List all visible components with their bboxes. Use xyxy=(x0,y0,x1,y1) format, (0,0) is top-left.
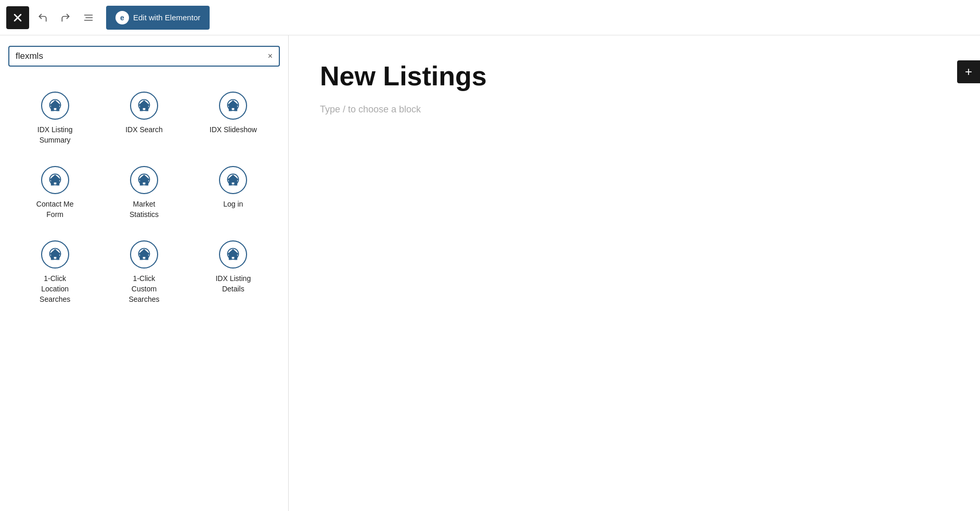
undo-button[interactable] xyxy=(33,8,52,27)
left-panel: × IDX Listing Summary IDX Search IDX Sli… xyxy=(0,35,289,511)
right-panel: New Listings Type / to choose a block + xyxy=(289,35,980,511)
close-icon xyxy=(14,14,22,22)
block-label-1-click-custom-searches: 1-Click Custom Searches xyxy=(128,274,159,304)
block-item-idx-slideshow[interactable]: IDX Slideshow xyxy=(191,87,276,149)
block-icon-idx-listing-details xyxy=(219,240,247,269)
redo-icon xyxy=(60,12,71,23)
block-icon-1-click-custom-searches xyxy=(130,240,158,269)
block-icon-market-statistics xyxy=(130,166,158,194)
edit-elementor-button[interactable]: e Edit with Elementor xyxy=(106,6,210,30)
page-title: New Listings xyxy=(320,60,949,92)
toolbar: e Edit with Elementor xyxy=(0,0,980,35)
block-label-idx-slideshow: IDX Slideshow xyxy=(210,125,257,135)
add-block-button[interactable]: + xyxy=(957,60,980,83)
house-icon xyxy=(226,98,240,113)
house-icon xyxy=(137,173,151,187)
house-icon xyxy=(48,247,62,262)
block-item-log-in[interactable]: Log in xyxy=(191,162,276,224)
block-item-1-click-custom-searches[interactable]: 1-Click Custom Searches xyxy=(101,236,186,309)
block-label-log-in: Log in xyxy=(223,199,243,210)
block-label-market-statistics: Market Statistics xyxy=(130,199,159,220)
house-icon xyxy=(137,247,151,262)
block-item-idx-listing-summary[interactable]: IDX Listing Summary xyxy=(12,87,97,149)
block-label-contact-me-form: Contact Me Form xyxy=(36,199,74,220)
house-icon xyxy=(48,98,62,113)
block-grid: IDX Listing Summary IDX Search IDX Slide… xyxy=(8,79,280,317)
block-label-idx-listing-details: IDX Listing Details xyxy=(215,274,251,294)
block-label-idx-listing-summary: IDX Listing Summary xyxy=(37,125,73,145)
close-button[interactable] xyxy=(6,6,29,29)
block-item-idx-search[interactable]: IDX Search xyxy=(101,87,186,149)
house-icon xyxy=(48,173,62,187)
block-icon-1-click-location-searches xyxy=(41,240,69,269)
undo-icon xyxy=(37,12,48,23)
menu-button[interactable] xyxy=(79,8,98,27)
redo-button[interactable] xyxy=(56,8,75,27)
menu-icon xyxy=(83,12,94,23)
block-item-market-statistics[interactable]: Market Statistics xyxy=(101,162,186,224)
block-icon-idx-search xyxy=(130,92,158,120)
block-item-1-click-location-searches[interactable]: 1-Click Location Searches xyxy=(12,236,97,309)
block-icon-contact-me-form xyxy=(41,166,69,194)
house-icon xyxy=(226,247,240,262)
house-icon xyxy=(226,173,240,187)
block-icon-idx-slideshow xyxy=(219,92,247,120)
search-input[interactable] xyxy=(16,51,268,61)
main-layout: × IDX Listing Summary IDX Search IDX Sli… xyxy=(0,35,980,511)
search-clear-button[interactable]: × xyxy=(268,52,273,61)
block-label-1-click-location-searches: 1-Click Location Searches xyxy=(40,274,70,304)
block-label-idx-search: IDX Search xyxy=(125,125,163,135)
block-icon-idx-listing-summary xyxy=(41,92,69,120)
search-container: × xyxy=(8,46,280,67)
block-item-contact-me-form[interactable]: Contact Me Form xyxy=(12,162,97,224)
house-icon xyxy=(137,98,151,113)
block-item-idx-listing-details[interactable]: IDX Listing Details xyxy=(191,236,276,309)
block-hint: Type / to choose a block xyxy=(320,104,949,115)
block-icon-log-in xyxy=(219,166,247,194)
elementor-icon: e xyxy=(115,11,129,24)
